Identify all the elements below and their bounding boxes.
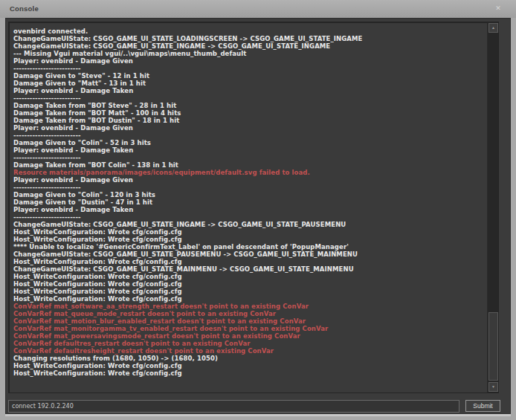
console-line: -------------------------: [13, 213, 487, 221]
console-line: Host_WriteConfiguration: Wrote cfg/confi…: [13, 228, 487, 236]
console-line: -------------------------: [13, 184, 487, 191]
console-line: Damage Given to "Steve" - 12 in 1 hit: [13, 72, 487, 80]
console-line: **** Unable to localize '#GenericConfirm…: [13, 243, 487, 251]
window-title: Console: [10, 4, 39, 13]
console-line: -------------------------: [13, 154, 487, 161]
console-line: Damage Given to "Dustin" - 47 in 1 hit: [13, 198, 487, 206]
console-line: --- Missing Vgui material vgui/..\vgui\m…: [13, 50, 487, 57]
console-line: -------------------------: [13, 94, 487, 102]
console-line: Host_WriteConfiguration: Wrote cfg/confi…: [13, 236, 487, 243]
console-line: Player: ovenbird - Damage Given: [13, 57, 487, 65]
console-line: ChangeGameUIState: CSGO_GAME_UI_STATE_PA…: [13, 251, 487, 258]
console-line: Damage Given to "Colin" - 52 in 3 hits: [13, 139, 487, 146]
console-line: Changing resolutions from (1680, 1050) -…: [13, 355, 487, 362]
console-line: Host_WriteConfiguration: Wrote cfg/confi…: [13, 280, 487, 288]
console-line: -------------------------: [13, 132, 487, 139]
scroll-down-icon[interactable]: ▼: [488, 382, 498, 392]
console-line: Player: ovenbird - Damage Taken: [13, 87, 487, 94]
console-log-box: ovenbird connected.ChangeGameUIState: CS…: [8, 22, 499, 393]
scroll-up-icon[interactable]: ▲: [488, 23, 498, 33]
console-line: Damage Taken from "BOT Steve" - 28 in 1 …: [13, 102, 487, 109]
console-line: ConVarRef mat_motion_blur_enabled_restar…: [13, 317, 487, 325]
console-line: ConVarRef mat_software_aa_strength_resta…: [13, 303, 487, 310]
console-line: Host_WriteConfiguration: Wrote cfg/confi…: [13, 258, 487, 265]
console-line: Damage Taken from "BOT Matt" - 100 in 4 …: [13, 109, 487, 117]
console-line: Host_WriteConfiguration: Wrote cfg/confi…: [13, 288, 487, 295]
console-line: Host_WriteConfiguration: Wrote cfg/confi…: [13, 369, 487, 377]
console-line: Damage Taken from "BOT Colin" - 138 in 1…: [13, 161, 487, 169]
console-line: Damage Given to "Colin" - 120 in 3 hits: [13, 191, 487, 198]
console-line: ConVarRef defaultres_restart doesn't poi…: [13, 340, 487, 347]
console-line: Player: ovenbird - Damage Taken: [13, 146, 487, 154]
console-window-titlebar[interactable]: Console ✕: [0, 0, 516, 18]
console-line: ConVarRef mat_monitorgamma_tv_enabled_re…: [13, 325, 487, 332]
console-scrollbar[interactable]: ▲ ▼: [487, 22, 498, 392]
close-icon[interactable]: ✕: [494, 4, 503, 13]
console-line: Host_WriteConfiguration: Wrote cfg/confi…: [13, 362, 487, 369]
console-line: ChangeGameUIState: CSGO_GAME_UI_STATE_IN…: [13, 221, 487, 228]
console-line: ChangeGameUIState: CSGO_GAME_UI_STATE_LO…: [13, 35, 487, 42]
console-line: ovenbird connected.: [13, 28, 487, 35]
console-line: Host_WriteConfiguration: Wrote cfg/confi…: [13, 273, 487, 280]
console-line: ConVarRef mat_powersavingsmode_restart d…: [13, 332, 487, 340]
console-line: ConVarRef mat_queue_mode_restart doesn't…: [13, 310, 487, 317]
console-line: ChangeGameUIState: CSGO_GAME_UI_STATE_IN…: [13, 42, 487, 50]
console-command-input[interactable]: [8, 400, 459, 413]
console-line: -------------------------: [13, 65, 487, 72]
console-line: Player: ovenbird - Damage Given: [13, 124, 487, 132]
console-line: Host_WriteConfiguration: Wrote cfg/confi…: [13, 295, 487, 303]
console-line: ChangeGameUIState: CSGO_GAME_UI_STATE_MA…: [13, 265, 487, 273]
scrollbar-thumb[interactable]: [488, 312, 498, 381]
console-line: Resource materials/panorama/images/icons…: [13, 169, 487, 176]
console-line: Damage Given to "Matt" - 13 in 1 hit: [13, 80, 487, 87]
console-window-body: ovenbird connected.ChangeGameUIState: CS…: [5, 18, 511, 414]
console-line: Player: ovenbird - Damage Given: [13, 176, 487, 184]
console-output: ovenbird connected.ChangeGameUIState: CS…: [9, 22, 487, 392]
console-line: Player: ovenbird - Damage Taken: [13, 206, 487, 213]
console-line: ConVarRef defaultresheight_restart doesn…: [13, 347, 487, 355]
console-line: Damage Taken from "BOT Dustin" - 18 in 1…: [13, 117, 487, 124]
submit-button[interactable]: Submit: [465, 400, 500, 412]
